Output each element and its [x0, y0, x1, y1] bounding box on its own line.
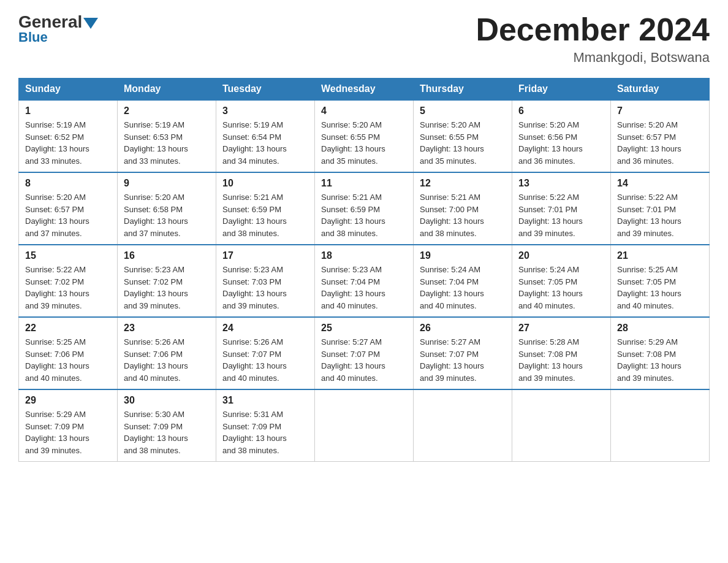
- day-number: 28: [617, 323, 703, 334]
- day-number: 9: [124, 178, 210, 189]
- calendar-cell: 31Sunrise: 5:31 AM Sunset: 7:09 PM Dayli…: [216, 389, 315, 462]
- calendar-cell: 1Sunrise: 5:19 AM Sunset: 6:52 PM Daylig…: [19, 100, 118, 172]
- day-info: Sunrise: 5:21 AM Sunset: 7:00 PM Dayligh…: [420, 191, 506, 239]
- calendar-cell: 24Sunrise: 5:26 AM Sunset: 7:07 PM Dayli…: [216, 317, 315, 389]
- calendar-cell: 23Sunrise: 5:26 AM Sunset: 7:06 PM Dayli…: [118, 317, 216, 389]
- day-number: 14: [617, 178, 703, 189]
- day-info: Sunrise: 5:19 AM Sunset: 6:54 PM Dayligh…: [222, 119, 308, 167]
- day-number: 18: [321, 250, 407, 261]
- day-info: Sunrise: 5:20 AM Sunset: 6:56 PM Dayligh…: [518, 119, 604, 167]
- col-header-saturday: Saturday: [611, 79, 710, 101]
- day-info: Sunrise: 5:31 AM Sunset: 7:09 PM Dayligh…: [222, 408, 308, 456]
- day-number: 13: [518, 178, 604, 189]
- day-info: Sunrise: 5:19 AM Sunset: 6:53 PM Dayligh…: [124, 119, 210, 167]
- title-block: December 2024 Mmankgodi, Botswana: [476, 12, 710, 66]
- day-number: 24: [222, 323, 308, 334]
- day-number: 3: [222, 105, 308, 117]
- day-info: Sunrise: 5:29 AM Sunset: 7:09 PM Dayligh…: [25, 408, 111, 456]
- col-header-monday: Monday: [118, 79, 216, 101]
- day-info: Sunrise: 5:29 AM Sunset: 7:08 PM Dayligh…: [617, 336, 703, 384]
- calendar-cell: 17Sunrise: 5:23 AM Sunset: 7:03 PM Dayli…: [216, 245, 315, 317]
- day-number: 1: [25, 105, 111, 117]
- day-number: 6: [518, 105, 604, 117]
- day-number: 29: [25, 395, 111, 406]
- day-info: Sunrise: 5:23 AM Sunset: 7:03 PM Dayligh…: [222, 264, 308, 312]
- day-info: Sunrise: 5:26 AM Sunset: 7:07 PM Dayligh…: [222, 336, 308, 384]
- day-info: Sunrise: 5:21 AM Sunset: 6:59 PM Dayligh…: [222, 191, 308, 239]
- calendar-cell: 11Sunrise: 5:21 AM Sunset: 6:59 PM Dayli…: [315, 172, 414, 245]
- day-number: 16: [124, 250, 210, 261]
- calendar-week-4: 22Sunrise: 5:25 AM Sunset: 7:06 PM Dayli…: [19, 317, 710, 389]
- day-info: Sunrise: 5:24 AM Sunset: 7:05 PM Dayligh…: [518, 264, 604, 312]
- day-number: 17: [222, 250, 308, 261]
- calendar-cell: 7Sunrise: 5:20 AM Sunset: 6:57 PM Daylig…: [611, 100, 710, 172]
- day-info: Sunrise: 5:20 AM Sunset: 6:55 PM Dayligh…: [420, 119, 506, 167]
- calendar-cell: 21Sunrise: 5:25 AM Sunset: 7:05 PM Dayli…: [611, 245, 710, 317]
- calendar-cell: 5Sunrise: 5:20 AM Sunset: 6:55 PM Daylig…: [414, 100, 512, 172]
- calendar-week-2: 8Sunrise: 5:20 AM Sunset: 6:57 PM Daylig…: [19, 172, 710, 245]
- calendar-cell: [315, 389, 414, 462]
- day-info: Sunrise: 5:25 AM Sunset: 7:05 PM Dayligh…: [617, 264, 703, 312]
- calendar-week-1: 1Sunrise: 5:19 AM Sunset: 6:52 PM Daylig…: [19, 100, 710, 172]
- day-number: 30: [124, 395, 210, 406]
- calendar-cell: 12Sunrise: 5:21 AM Sunset: 7:00 PM Dayli…: [414, 172, 512, 245]
- calendar-cell: 25Sunrise: 5:27 AM Sunset: 7:07 PM Dayli…: [315, 317, 414, 389]
- calendar-cell: 13Sunrise: 5:22 AM Sunset: 7:01 PM Dayli…: [512, 172, 611, 245]
- day-info: Sunrise: 5:21 AM Sunset: 6:59 PM Dayligh…: [321, 191, 407, 239]
- calendar-cell: 18Sunrise: 5:23 AM Sunset: 7:04 PM Dayli…: [315, 245, 414, 317]
- day-info: Sunrise: 5:27 AM Sunset: 7:07 PM Dayligh…: [321, 336, 407, 384]
- col-header-friday: Friday: [512, 79, 611, 101]
- calendar-cell: 16Sunrise: 5:23 AM Sunset: 7:02 PM Dayli…: [118, 245, 216, 317]
- col-header-wednesday: Wednesday: [315, 79, 414, 101]
- day-info: Sunrise: 5:22 AM Sunset: 7:01 PM Dayligh…: [518, 191, 604, 239]
- calendar-cell: 29Sunrise: 5:29 AM Sunset: 7:09 PM Dayli…: [19, 389, 118, 462]
- calendar-cell: 19Sunrise: 5:24 AM Sunset: 7:04 PM Dayli…: [414, 245, 512, 317]
- col-header-sunday: Sunday: [19, 79, 118, 101]
- logo: General Blue: [18, 12, 98, 45]
- calendar-cell: 20Sunrise: 5:24 AM Sunset: 7:05 PM Dayli…: [512, 245, 611, 317]
- calendar-week-3: 15Sunrise: 5:22 AM Sunset: 7:02 PM Dayli…: [19, 245, 710, 317]
- calendar-table: SundayMondayTuesdayWednesdayThursdayFrid…: [18, 78, 710, 462]
- calendar-cell: 4Sunrise: 5:20 AM Sunset: 6:55 PM Daylig…: [315, 100, 414, 172]
- day-number: 23: [124, 323, 210, 334]
- calendar-cell: 27Sunrise: 5:28 AM Sunset: 7:08 PM Dayli…: [512, 317, 611, 389]
- day-info: Sunrise: 5:22 AM Sunset: 7:01 PM Dayligh…: [617, 191, 703, 239]
- calendar-cell: 6Sunrise: 5:20 AM Sunset: 6:56 PM Daylig…: [512, 100, 611, 172]
- calendar-header-row: SundayMondayTuesdayWednesdayThursdayFrid…: [19, 79, 710, 101]
- day-number: 10: [222, 178, 308, 189]
- day-number: 19: [420, 250, 506, 261]
- calendar-body: 1Sunrise: 5:19 AM Sunset: 6:52 PM Daylig…: [19, 100, 710, 462]
- day-number: 21: [617, 250, 703, 261]
- day-info: Sunrise: 5:25 AM Sunset: 7:06 PM Dayligh…: [25, 336, 111, 384]
- calendar-cell: [611, 389, 710, 462]
- calendar-cell: 15Sunrise: 5:22 AM Sunset: 7:02 PM Dayli…: [19, 245, 118, 317]
- day-info: Sunrise: 5:24 AM Sunset: 7:04 PM Dayligh…: [420, 264, 506, 312]
- day-number: 20: [518, 250, 604, 261]
- day-info: Sunrise: 5:23 AM Sunset: 7:02 PM Dayligh…: [124, 264, 210, 312]
- day-info: Sunrise: 5:20 AM Sunset: 6:57 PM Dayligh…: [617, 119, 703, 167]
- calendar-cell: 30Sunrise: 5:30 AM Sunset: 7:09 PM Dayli…: [118, 389, 216, 462]
- day-info: Sunrise: 5:30 AM Sunset: 7:09 PM Dayligh…: [124, 408, 210, 456]
- calendar-cell: 22Sunrise: 5:25 AM Sunset: 7:06 PM Dayli…: [19, 317, 118, 389]
- calendar-subtitle: Mmankgodi, Botswana: [476, 50, 710, 66]
- day-info: Sunrise: 5:26 AM Sunset: 7:06 PM Dayligh…: [124, 336, 210, 384]
- day-number: 5: [420, 105, 506, 117]
- day-number: 2: [124, 105, 210, 117]
- day-number: 8: [25, 178, 111, 189]
- calendar-cell: 3Sunrise: 5:19 AM Sunset: 6:54 PM Daylig…: [216, 100, 315, 172]
- calendar-cell: 2Sunrise: 5:19 AM Sunset: 6:53 PM Daylig…: [118, 100, 216, 172]
- calendar-title: December 2024: [476, 12, 710, 47]
- calendar-cell: 10Sunrise: 5:21 AM Sunset: 6:59 PM Dayli…: [216, 172, 315, 245]
- calendar-cell: 14Sunrise: 5:22 AM Sunset: 7:01 PM Dayli…: [611, 172, 710, 245]
- day-number: 4: [321, 105, 407, 117]
- calendar-cell: 8Sunrise: 5:20 AM Sunset: 6:57 PM Daylig…: [19, 172, 118, 245]
- day-info: Sunrise: 5:19 AM Sunset: 6:52 PM Dayligh…: [25, 119, 111, 167]
- logo-triangle-icon: [83, 18, 98, 29]
- day-number: 11: [321, 178, 407, 189]
- day-number: 12: [420, 178, 506, 189]
- day-info: Sunrise: 5:27 AM Sunset: 7:07 PM Dayligh…: [420, 336, 506, 384]
- day-number: 26: [420, 323, 506, 334]
- day-info: Sunrise: 5:28 AM Sunset: 7:08 PM Dayligh…: [518, 336, 604, 384]
- day-number: 7: [617, 105, 703, 117]
- day-info: Sunrise: 5:23 AM Sunset: 7:04 PM Dayligh…: [321, 264, 407, 312]
